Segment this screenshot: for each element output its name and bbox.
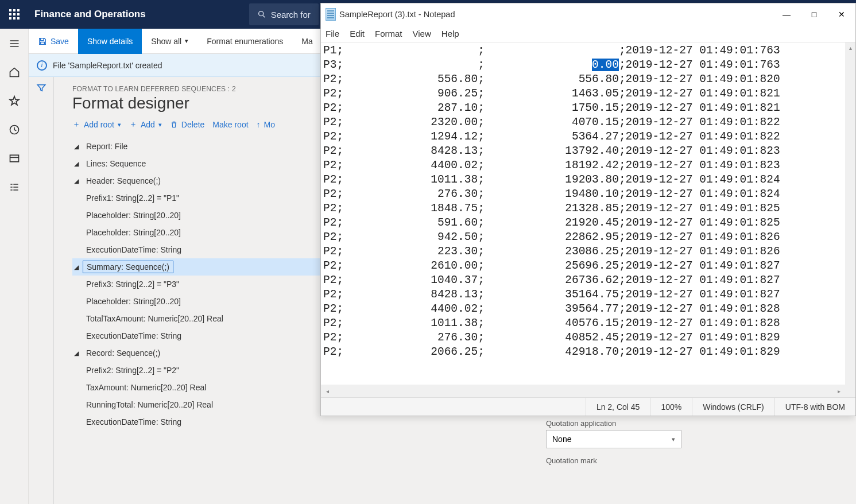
menu-help[interactable]: Help (441, 29, 459, 38)
nav-recent-icon[interactable] (3, 118, 26, 141)
svg-line-1 (263, 15, 265, 17)
trash-icon (170, 121, 178, 129)
show-all-button[interactable]: Show all▾ (142, 29, 197, 54)
save-button[interactable]: Save (29, 29, 78, 54)
notepad-menu: File Edit Format View Help (321, 25, 855, 42)
move-button-truncated[interactable]: ↑Mo (257, 120, 275, 129)
show-details-button[interactable]: Show details (78, 29, 142, 54)
caret-icon[interactable]: ◢ (72, 263, 80, 271)
mapping-label: Ma (301, 37, 312, 46)
make-root-button[interactable]: Make root (212, 120, 248, 129)
select-value: None (552, 435, 571, 444)
filter-bar (29, 77, 54, 504)
save-icon (38, 37, 47, 46)
global-search[interactable]: Search for (249, 3, 319, 25)
menu-view[interactable]: View (413, 29, 431, 38)
properties-panel: Quotation application None ▾ Quotation m… (546, 419, 856, 484)
status-position: Ln 2, Col 45 (586, 398, 650, 416)
notepad-window: SampleReport (3).txt - Notepad — □ ✕ Fil… (320, 3, 856, 416)
notepad-icon (326, 8, 336, 21)
chevron-down-icon: ▾ (672, 436, 675, 443)
search-placeholder: Search for (271, 10, 311, 20)
status-encoding: UTF-8 with BOM (774, 398, 855, 416)
scroll-right-icon[interactable]: ▸ (832, 385, 845, 397)
notepad-statusbar: Ln 2, Col 45 100% Windows (CRLF) UTF-8 w… (321, 397, 855, 416)
show-all-label: Show all (151, 37, 181, 46)
plus-icon: ＋ (72, 119, 80, 130)
notepad-titlebar[interactable]: SampleReport (3).txt - Notepad — □ ✕ (321, 3, 855, 25)
show-details-label: Show details (87, 37, 133, 46)
field-label: Quotation application (546, 419, 845, 428)
window-title: SampleReport (3).txt - Notepad (339, 10, 455, 19)
menu-file[interactable]: File (326, 29, 339, 38)
add-root-button[interactable]: ＋Add root▾ (72, 119, 121, 130)
caret-icon[interactable]: ◢ (72, 143, 80, 150)
quotation-application-select[interactable]: None ▾ (546, 430, 681, 448)
save-label: Save (51, 37, 69, 46)
menu-format[interactable]: Format (375, 29, 402, 38)
mapping-button-truncated[interactable]: Ma (292, 29, 322, 54)
scroll-up-icon[interactable]: ▴ (845, 42, 855, 53)
format-enumerations-button[interactable]: Format enumerations (197, 29, 292, 54)
chevron-down-icon: ▾ (185, 37, 188, 45)
nav-hamburger-icon[interactable] (3, 32, 26, 55)
vertical-scrollbar[interactable]: ▴ (845, 42, 855, 385)
notice-text: File 'SampleReport.txt' created (53, 61, 162, 70)
arrow-up-icon: ↑ (257, 120, 261, 129)
caret-icon[interactable]: ◢ (72, 160, 80, 168)
quotation-application-field: Quotation application None ▾ (546, 419, 845, 448)
waffle-icon (9, 9, 20, 20)
notepad-text-area[interactable]: P1; ; ;2019-12-27 01:49:01:763 P3; ; 0.0… (321, 42, 855, 360)
quotation-mark-field: Quotation mark (546, 456, 845, 465)
app-launcher-button[interactable] (0, 9, 29, 20)
svg-rect-3 (10, 155, 18, 162)
scroll-left-icon[interactable]: ◂ (321, 385, 334, 397)
format-enums-label: Format enumerations (207, 37, 283, 46)
plus-icon: ＋ (129, 119, 137, 130)
chevron-down-icon: ▾ (118, 121, 121, 129)
add-button[interactable]: ＋Add▾ (129, 119, 162, 130)
nav-modules-icon[interactable] (3, 176, 26, 199)
nav-home-icon[interactable] (3, 61, 26, 84)
window-controls: — □ ✕ (773, 3, 855, 25)
caret-icon[interactable]: ◢ (72, 177, 80, 185)
filter-icon[interactable] (36, 83, 47, 93)
horizontal-scrollbar[interactable]: ◂▸ (321, 385, 855, 397)
delete-button[interactable]: Delete (170, 120, 204, 129)
nav-workspace-icon[interactable] (3, 147, 26, 170)
status-eol: Windows (CRLF) (692, 398, 774, 416)
minimize-button[interactable]: — (773, 3, 800, 25)
brand-title: Finance and Operations (29, 9, 146, 20)
status-zoom: 100% (650, 398, 692, 416)
field-label: Quotation mark (546, 456, 845, 465)
menu-edit[interactable]: Edit (350, 29, 365, 38)
svg-point-0 (258, 11, 263, 16)
nav-star-icon[interactable] (3, 90, 26, 113)
left-nav-rail (0, 29, 29, 504)
notepad-body: P1; ; ;2019-12-27 01:49:01:763 P3; ; 0.0… (321, 42, 855, 397)
maximize-button[interactable]: □ (800, 3, 828, 25)
search-icon (257, 10, 266, 19)
chevron-down-icon: ▾ (158, 121, 162, 129)
info-icon: i (37, 60, 47, 71)
close-button[interactable]: ✕ (828, 3, 855, 25)
caret-icon[interactable]: ◢ (72, 350, 80, 357)
